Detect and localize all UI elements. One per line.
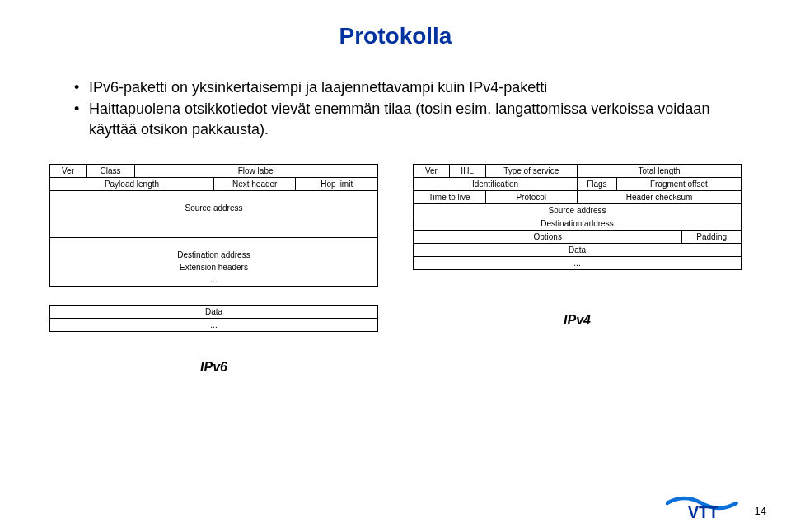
ipv6-hop-limit: Hop limit — [296, 177, 378, 190]
ipv6-dots1: ... — [50, 273, 378, 287]
svg-text:VTT: VTT — [688, 503, 718, 521]
tables-row: Ver Class Flow label Payload length Next… — [49, 164, 742, 376]
ipv6-extension-headers: Extension headers — [50, 261, 378, 273]
ipv6-dots2: ... — [50, 319, 378, 332]
ipv6-ver: Ver — [50, 164, 87, 177]
ipv4-protocol: Protocol — [485, 190, 577, 203]
ipv6-payload-length: Payload length — [50, 177, 214, 190]
ipv4-label: IPv4 — [413, 313, 742, 328]
ipv4-flags: Flags — [577, 177, 616, 190]
ipv6-src-top — [50, 190, 378, 202]
ipv4-dots: ... — [414, 256, 742, 269]
ipv4-ver: Ver — [414, 164, 450, 177]
ipv6-column: Ver Class Flow label Payload length Next… — [49, 164, 378, 376]
ipv4-source-address: Source address — [414, 203, 742, 217]
ipv4-header-checksum: Header checksum — [577, 190, 741, 203]
ipv6-data: Data — [50, 306, 378, 319]
ipv4-ttl: Time to live — [414, 190, 486, 203]
vtt-logo: VTT — [666, 489, 740, 522]
ipv4-table: Ver IHL Type of service Total length Ide… — [413, 164, 742, 270]
bullet-item: Haittapuolena otsikkotiedot vievät enemm… — [74, 99, 742, 139]
bullet-item: IPv6-paketti on yksinkertaisempi ja laaj… — [74, 77, 742, 97]
ipv6-class: Class — [86, 164, 135, 177]
ipv4-data: Data — [414, 243, 742, 256]
ipv4-tos: Type of service — [485, 164, 577, 177]
ipv6-dst-top — [50, 237, 378, 249]
ipv6-table: Ver Class Flow label Payload length Next… — [49, 164, 378, 287]
ipv4-options: Options — [414, 230, 682, 243]
ipv6-next-header: Next header — [213, 177, 296, 190]
ipv6-destination-address: Destination address — [50, 249, 378, 261]
footer: VTT 14 — [666, 489, 766, 522]
ipv4-ihl: IHL — [449, 164, 485, 177]
ipv6-src-mid — [50, 214, 378, 226]
ipv4-total-length: Total length — [577, 164, 741, 177]
ipv4-column: Ver IHL Type of service Total length Ide… — [413, 164, 742, 376]
slide-page: Protokolla IPv6-paketti on yksinkertaise… — [0, 0, 791, 532]
ipv6-data-table: Data ... — [49, 305, 378, 332]
ipv6-source-address: Source address — [50, 202, 378, 214]
ipv6-label: IPv6 — [49, 360, 378, 375]
ipv6-flow-label: Flow label — [135, 164, 378, 177]
bullet-list: IPv6-paketti on yksinkertaisempi ja laaj… — [74, 77, 742, 139]
ipv4-identification: Identification — [414, 177, 578, 190]
ipv4-padding: Padding — [682, 230, 742, 243]
page-title: Protokolla — [49, 23, 742, 49]
ipv4-destination-address: Destination address — [414, 217, 742, 230]
ipv4-fragment-offset: Fragment offset — [616, 177, 741, 190]
ipv6-src-bot — [50, 226, 378, 237]
page-number: 14 — [755, 505, 766, 522]
